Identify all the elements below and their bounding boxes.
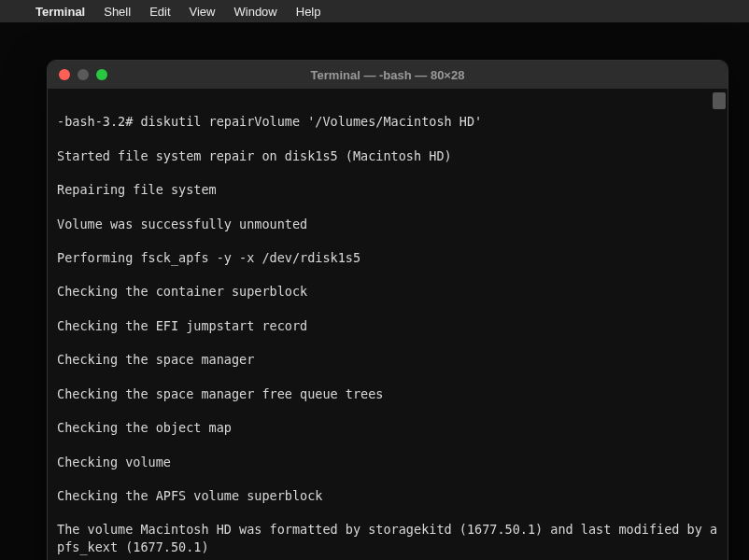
terminal-window: Terminal — -bash — 80×28 -bash-3.2# disk… bbox=[47, 60, 728, 560]
terminal-output[interactable]: -bash-3.2# diskutil repairVolume '/Volum… bbox=[57, 96, 718, 560]
terminal-line: Checking the EFI jumpstart record bbox=[57, 317, 718, 334]
macos-menubar: Terminal Shell Edit View Window Help bbox=[0, 0, 749, 22]
maximize-button[interactable] bbox=[96, 69, 107, 80]
terminal-line: Volume was successfully unmounted bbox=[57, 216, 718, 232]
terminal-line: Repairing file system bbox=[57, 181, 718, 198]
terminal-line: Checking the container superblock bbox=[57, 283, 718, 300]
menubar-app-name[interactable]: Terminal bbox=[35, 5, 85, 19]
minimize-button[interactable] bbox=[78, 69, 89, 80]
desktop-area: Terminal — -bash — 80×28 -bash-3.2# disk… bbox=[0, 22, 749, 560]
menu-help[interactable]: Help bbox=[296, 5, 321, 19]
menu-window[interactable]: Window bbox=[234, 5, 277, 19]
terminal-line: Started file system repair on disk1s5 (M… bbox=[57, 147, 718, 164]
window-titlebar[interactable]: Terminal — -bash — 80×28 bbox=[48, 61, 728, 89]
terminal-line: Performing fsck_apfs -y -x /dev/rdisk1s5 bbox=[57, 249, 718, 266]
terminal-line: Checking volume bbox=[57, 454, 718, 470]
close-button[interactable] bbox=[59, 69, 70, 80]
window-controls bbox=[59, 69, 107, 80]
terminal-line: Checking the object map bbox=[57, 419, 718, 436]
terminal-body[interactable]: -bash-3.2# diskutil repairVolume '/Volum… bbox=[48, 89, 728, 560]
menu-shell[interactable]: Shell bbox=[104, 5, 131, 19]
terminal-line: Checking the APFS volume superblock bbox=[57, 487, 718, 504]
window-title: Terminal — -bash — 80×28 bbox=[59, 68, 716, 82]
terminal-prompt-line: -bash-3.2# diskutil repairVolume '/Volum… bbox=[57, 113, 718, 130]
menu-edit[interactable]: Edit bbox=[149, 5, 170, 19]
menu-view[interactable]: View bbox=[190, 5, 216, 19]
terminal-line: The volume Macintosh HD was formatted by… bbox=[57, 521, 718, 554]
terminal-line: Checking the space manager bbox=[57, 351, 718, 368]
terminal-line: Checking the space manager free queue tr… bbox=[57, 385, 718, 402]
scrollbar-thumb[interactable] bbox=[713, 92, 726, 109]
